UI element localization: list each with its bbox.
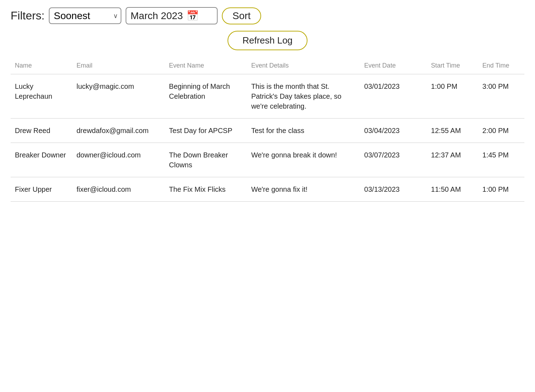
cell-event-name: The Down Breaker Clowns — [165, 143, 247, 177]
cell-start-time: 12:37 AM — [427, 143, 478, 177]
cell-email: downer@icloud.com — [72, 143, 165, 177]
cell-event-details: We're gonna break it down! — [247, 143, 360, 177]
cell-start-time: 12:55 AM — [427, 119, 478, 143]
cell-event-details: We're gonna fix it! — [247, 177, 360, 202]
col-header-end-time: End Time — [478, 59, 524, 74]
cell-event-name: Test Day for APCSP — [165, 119, 247, 143]
cell-event-date: 03/13/2023 — [360, 177, 427, 202]
col-header-name: Name — [11, 59, 72, 74]
cell-start-time: 1:00 PM — [427, 74, 478, 119]
refresh-row: Refresh Log — [11, 31, 524, 50]
filters-label: Filters: — [11, 9, 45, 22]
cell-event-date: 03/07/2023 — [360, 143, 427, 177]
cell-end-time: 3:00 PM — [478, 74, 524, 119]
cell-event-name: Beginning of March Celebration — [165, 74, 247, 119]
date-input-wrapper[interactable]: March 2023 📅 — [126, 7, 218, 24]
sort-select[interactable]: Soonest Latest Alphabetical — [49, 7, 121, 24]
cell-name: Fixer Upper — [11, 177, 72, 202]
cell-email: lucky@magic.com — [72, 74, 165, 119]
sort-button[interactable]: Sort — [222, 7, 261, 24]
cell-end-time: 1:45 PM — [478, 143, 524, 177]
filters-row: Filters: Soonest Latest Alphabetical Mar… — [11, 7, 524, 24]
cell-email: fixer@icloud.com — [72, 177, 165, 202]
table-row: Breaker Downerdowner@icloud.comThe Down … — [11, 143, 524, 177]
col-header-start-time: Start Time — [427, 59, 478, 74]
cell-end-time: 2:00 PM — [478, 119, 524, 143]
cell-event-details: This is the month that St. Patrick's Day… — [247, 74, 360, 119]
cell-email: drewdafox@gmail.com — [72, 119, 165, 143]
cell-event-name: The Fix Mix Flicks — [165, 177, 247, 202]
cell-event-date: 03/04/2023 — [360, 119, 427, 143]
cell-end-time: 1:00 PM — [478, 177, 524, 202]
cell-name: Drew Reed — [11, 119, 72, 143]
cell-name: Lucky Leprechaun — [11, 74, 72, 119]
table-row: Drew Reeddrewdafox@gmail.comTest Day for… — [11, 119, 524, 143]
table-row: Lucky Leprechaunlucky@magic.comBeginning… — [11, 74, 524, 119]
col-header-event-date: Event Date — [360, 59, 427, 74]
events-table: Name Email Event Name Event Details Even… — [11, 59, 524, 202]
cell-start-time: 11:50 AM — [427, 177, 478, 202]
cell-event-details: Test for the class — [247, 119, 360, 143]
refresh-log-button[interactable]: Refresh Log — [228, 31, 307, 50]
col-header-email: Email — [72, 59, 165, 74]
col-header-event-name: Event Name — [165, 59, 247, 74]
col-header-event-details: Event Details — [247, 59, 360, 74]
sort-select-wrapper[interactable]: Soonest Latest Alphabetical — [49, 7, 121, 24]
cell-event-date: 03/01/2023 — [360, 74, 427, 119]
cell-name: Breaker Downer — [11, 143, 72, 177]
calendar-icon: 📅 — [186, 10, 199, 22]
date-display: March 2023 — [131, 10, 183, 22]
table-row: Fixer Upperfixer@icloud.comThe Fix Mix F… — [11, 177, 524, 202]
